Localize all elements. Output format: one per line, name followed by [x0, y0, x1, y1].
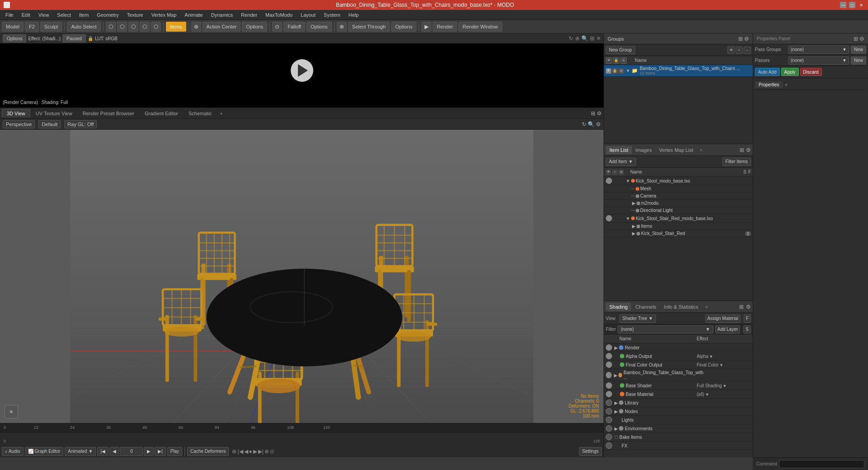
apply-button[interactable]: Apply — [781, 68, 799, 76]
sh-eye-envs[interactable] — [606, 425, 612, 432]
toolbar-icon-8[interactable]: ⊕ — [337, 22, 347, 32]
item-expand-8[interactable]: ▶ — [632, 231, 636, 236]
sh-row-bake[interactable]: ⬡ Bake Items — [604, 433, 753, 442]
sh-expand-render[interactable]: ▶ — [614, 345, 618, 350]
sh-row-bamboo[interactable]: ▶ Bamboo_Dining_Table_Glass_Top_with ... — [604, 369, 753, 381]
viewport-3d[interactable]: Perspective Default Ray GL: Off ↻ 🔍 ⚙ — [0, 119, 604, 423]
item-expand-4[interactable]: ▶ — [632, 201, 636, 206]
item-row-4[interactable]: ▶ m2modo — [604, 200, 753, 207]
item-row-5[interactable]: ─ Directional Light — [604, 207, 753, 214]
transport-start[interactable]: |◀ — [97, 447, 108, 456]
item-row-6[interactable]: ▼ Kick_Stool_Stair_Red_modo_base.lxo — [604, 214, 753, 223]
toolbar-icon-6[interactable]: ⊕ — [191, 22, 201, 32]
sh-eye-base-shader[interactable] — [606, 382, 612, 389]
sh-eye-nodes[interactable] — [606, 408, 612, 414]
vp-zoom-icon[interactable]: 🔍 — [588, 121, 594, 127]
menu-item-view[interactable]: View — [35, 11, 53, 19]
bottom-icon-1[interactable]: ⊕ — [232, 448, 236, 455]
transport-next[interactable]: ▶| — [155, 447, 166, 456]
groups-icon-3[interactable]: − — [744, 47, 751, 54]
model-button[interactable]: Model — [2, 22, 24, 32]
preview-ctrl-3[interactable]: 🔍 — [581, 35, 588, 42]
sh-expand-nodes[interactable]: ▶ — [614, 409, 618, 414]
menu-item-help[interactable]: Help — [345, 11, 363, 19]
menu-item-maxtomodo[interactable]: MaxToModo — [262, 11, 296, 19]
viewport-canvas[interactable]: No Items Channels: 0 Deformers: ON GL: 2… — [0, 130, 604, 423]
auto-select-button[interactable]: Auto Select — [67, 22, 100, 32]
shading-filter-dropdown[interactable]: (none) ▼ — [618, 325, 713, 334]
sh-eye-bamboo[interactable] — [606, 372, 612, 378]
sh-expand-envs[interactable]: ▶ — [614, 426, 618, 431]
menu-item-file[interactable]: File — [2, 11, 17, 19]
sh-eye-render[interactable] — [606, 344, 612, 351]
item-row-1[interactable]: ▼ Kick_Stool_modo_base.lxo — [604, 177, 753, 185]
toolbar-icon-2[interactable]: ⬡ — [117, 22, 127, 32]
sh-eye-lights[interactable] — [606, 417, 612, 423]
select-through-button[interactable]: Select Through — [348, 22, 390, 32]
toolbar-icon-1[interactable]: ⬡ — [106, 22, 116, 32]
sh-expand-library[interactable]: ▶ — [614, 400, 618, 405]
menu-item-select[interactable]: Select — [53, 11, 75, 19]
shading-add-tab[interactable]: + — [703, 304, 711, 310]
pass-groups-dropdown[interactable]: (none) ▼ — [788, 46, 849, 54]
cache-deformers-button[interactable]: Cache Deformers — [187, 447, 229, 456]
add-item-button[interactable]: Add Item ▼ — [606, 158, 636, 166]
audio-button[interactable]: ♪ Audio — [2, 447, 24, 456]
sh-effect-mat-dd[interactable]: ▼ — [705, 392, 709, 397]
menu-item-animate[interactable]: Animate — [181, 11, 206, 19]
shading-expand-icon[interactable]: ⊞ — [739, 304, 744, 310]
tab-item-list[interactable]: Item List — [606, 146, 632, 154]
item-row-8[interactable]: ▶ Kick_Stool_Stair_Red 2 — [604, 230, 753, 237]
menu-item-render[interactable]: Render — [237, 11, 261, 19]
tab-gradient[interactable]: Gradient Editor — [140, 109, 183, 118]
bottom-icon-6[interactable]: ▶| — [258, 448, 264, 455]
bottom-icon-4[interactable]: ● — [249, 448, 252, 455]
sh-effect-shader-dd[interactable]: ▼ — [723, 384, 727, 388]
sh-row-base-shader[interactable]: Base Shader Full Shading▼ — [604, 381, 753, 390]
item-expand-6[interactable]: ▼ — [626, 216, 630, 221]
item-row-7[interactable]: ▶ Items — [604, 223, 753, 230]
settings-button[interactable]: Settings — [579, 447, 602, 456]
render-window-button[interactable]: Render Window — [458, 22, 502, 32]
tab-render-preset[interactable]: Render Preset Browser — [78, 109, 139, 118]
add-tab-button[interactable]: + — [217, 111, 225, 116]
discard-button[interactable]: Discard — [800, 68, 822, 76]
viewport-expand-icon[interactable]: ⊞ — [591, 110, 595, 117]
options-2-button[interactable]: Options — [307, 22, 332, 32]
timeline-track[interactable]: 0 120 — [0, 432, 604, 445]
tab-3d-view[interactable]: 3D View — [2, 109, 30, 118]
new-group-button[interactable]: New Group — [606, 46, 635, 54]
transport-play[interactable]: ▶ — [144, 447, 154, 456]
properties-tab-item[interactable]: Properties — [755, 81, 783, 88]
preview-ctrl-2[interactable]: ⊕ — [575, 35, 580, 42]
add-layer-button[interactable]: Add Layer — [715, 325, 741, 334]
vp-orbit-icon[interactable]: ↻ — [582, 121, 586, 127]
sh-row-lights[interactable]: Lights — [604, 416, 753, 424]
sh-effect-alpha-dd[interactable]: ▼ — [709, 354, 713, 359]
group-eye-icon[interactable]: 👁 — [606, 68, 611, 74]
menu-item-geometry[interactable]: Geometry — [93, 11, 122, 19]
shading-settings-icon[interactable]: ⚙ — [746, 304, 751, 310]
sh-eye-alpha[interactable] — [606, 353, 612, 359]
tab-channels[interactable]: Channels — [632, 303, 660, 311]
sh-row-base-mat[interactable]: Base Material (all)▼ — [604, 390, 753, 399]
tab-images[interactable]: Images — [632, 146, 656, 154]
bottom-icon-7[interactable]: ⊕ — [264, 448, 269, 455]
preview-ctrl-5[interactable]: ✕ — [596, 35, 601, 42]
preview-paused-button[interactable]: Paused — [62, 34, 86, 42]
item-row-2[interactable]: ─ Mesh — [604, 185, 753, 193]
perspective-dropdown[interactable]: Perspective — [3, 120, 35, 128]
groups-icon-1[interactable]: 👁 — [727, 47, 735, 54]
menu-item-texture[interactable]: Texture — [123, 11, 147, 19]
preview-ctrl-1[interactable]: ↻ — [569, 35, 573, 42]
shading-f-button[interactable]: F — [744, 315, 751, 323]
toolbar-icon-9[interactable]: ▶ — [421, 22, 431, 32]
tab-vertex-map-list[interactable]: Vertex Map List — [656, 146, 697, 154]
bottom-icon-5[interactable]: ▶ — [253, 448, 257, 455]
menu-item-system[interactable]: System — [320, 11, 344, 19]
pass-groups-new-btn[interactable]: New — [851, 46, 866, 54]
sh-row-final-color[interactable]: Final Color Output Final Color▼ — [604, 361, 753, 369]
group-item-bamboo[interactable]: 👁 🔒 ⊕ ▼ 📁 Bamboo_Dining_Table_Glass_Top_… — [604, 65, 753, 77]
filter-items-button[interactable]: Filter Items — [722, 158, 751, 166]
sh-eye-base-mat[interactable] — [606, 391, 612, 397]
